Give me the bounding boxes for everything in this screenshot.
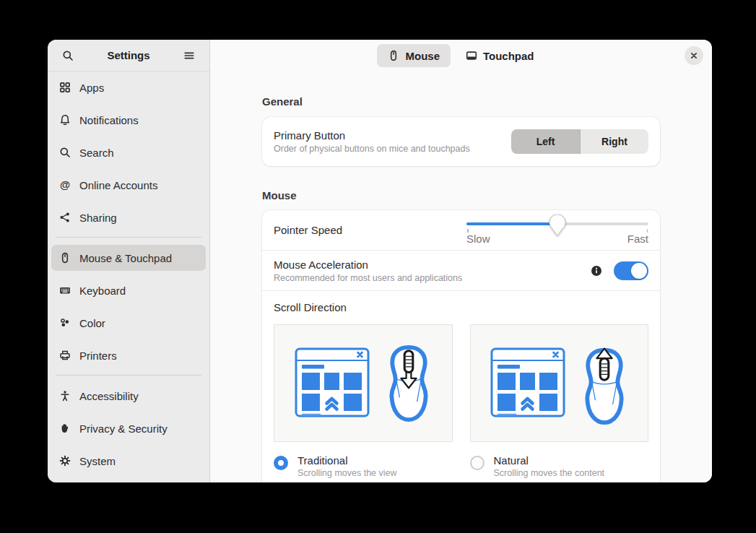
primary-button-row: Primary Button Order of physical buttons…: [262, 117, 660, 166]
tab-touchpad[interactable]: Touchpad: [455, 44, 545, 67]
settings-window: Settings Apps Notifications Search @ Onl…: [48, 40, 712, 482]
sidebar-separator: [56, 375, 201, 376]
content-area: General Primary Button Order of physical…: [262, 72, 660, 482]
main-panel: Mouse Touchpad General Primary Button: [210, 40, 712, 482]
scroll-option-natural: Natural Scrolling moves the content: [470, 324, 649, 478]
mouse-acceleration-title: Mouse Acceleration: [274, 259, 591, 271]
sidebar-item-online-accounts[interactable]: @ Online Accounts: [51, 172, 206, 198]
traditional-radio-row[interactable]: Traditional Scrolling moves the view: [274, 454, 453, 478]
sidebar: Settings Apps Notifications Search @ Onl…: [48, 40, 210, 482]
traditional-radio[interactable]: [274, 456, 288, 470]
search-button[interactable]: [57, 45, 79, 66]
natural-label: Natural: [494, 454, 605, 467]
natural-radio-row[interactable]: Natural Scrolling moves the content: [470, 454, 649, 478]
tab-mouse[interactable]: Mouse: [377, 44, 451, 67]
sidebar-item-search[interactable]: Search: [51, 139, 206, 165]
mouse-scroll-up-illustration: [581, 342, 627, 425]
keyboard-icon: [59, 285, 71, 296]
scroll-option-traditional: Traditional Scrolling moves the view: [274, 324, 453, 478]
mouse-acceleration-row: Mouse Acceleration Recommended for most …: [262, 251, 660, 290]
mouse-icon: [388, 50, 399, 61]
main-menu-button[interactable]: [178, 45, 200, 66]
window-scroll-illustration: [490, 347, 565, 420]
sidebar-item-keyboard[interactable]: Keyboard: [51, 277, 206, 303]
section-heading-mouse: Mouse: [262, 189, 660, 202]
window-scroll-illustration: [295, 347, 370, 420]
header-bar: Mouse Touchpad: [210, 40, 712, 72]
search-icon: [62, 50, 74, 61]
color-icon: [59, 317, 71, 329]
sidebar-list: Apps Notifications Search @ Online Accou…: [48, 72, 209, 482]
sidebar-item-sharing[interactable]: Sharing: [51, 204, 206, 230]
sidebar-item-accessibility[interactable]: Accessibility: [51, 383, 206, 409]
sidebar-separator: [56, 237, 201, 238]
slider-max-label: Fast: [627, 233, 648, 245]
sidebar-item-system[interactable]: System: [51, 448, 206, 474]
pointer-speed-row: Pointer Speed Slow F: [262, 210, 660, 250]
mouse-scroll-down-illustration: [386, 344, 432, 422]
traditional-subtitle: Scrolling moves the view: [297, 468, 397, 478]
svg-text:@: @: [60, 179, 70, 191]
mouse-acceleration-toggle[interactable]: [614, 261, 648, 280]
scroll-direction-title: Scroll Direction: [274, 301, 648, 313]
touchpad-icon: [466, 50, 477, 61]
scroll-direction-block: Scroll Direction: [262, 291, 660, 482]
info-icon[interactable]: [591, 265, 602, 277]
mouse-card: Pointer Speed Slow F: [262, 210, 660, 482]
share-icon: [59, 212, 71, 223]
sidebar-item-printers[interactable]: Printers: [51, 342, 206, 368]
hand-icon: [59, 422, 71, 434]
close-icon: [689, 51, 699, 61]
gear-icon: [59, 455, 71, 467]
pointer-speed-slider[interactable]: Slow Fast: [466, 212, 648, 248]
traditional-illustration[interactable]: [274, 324, 453, 442]
sidebar-item-privacy-security[interactable]: Privacy & Security: [51, 415, 206, 441]
primary-button-subtitle: Order of physical buttons on mice and to…: [274, 144, 511, 154]
slider-min-label: Slow: [466, 233, 490, 245]
left-button[interactable]: Left: [511, 129, 580, 154]
mouse-acceleration-subtitle: Recommended for most users and applicati…: [274, 273, 591, 283]
primary-button-segmented: Left Right: [511, 129, 648, 154]
primary-button-title: Primary Button: [274, 129, 511, 142]
traditional-label: Traditional: [297, 454, 397, 467]
sidebar-item-mouse-touchpad[interactable]: Mouse & Touchpad: [51, 245, 206, 271]
mouse-icon: [59, 252, 71, 264]
apps-grid-icon: [59, 82, 71, 93]
slider-fill: [466, 222, 557, 225]
right-button[interactable]: Right: [580, 129, 648, 154]
general-card: Primary Button Order of physical buttons…: [262, 117, 660, 166]
app-title: Settings: [79, 49, 178, 61]
sidebar-item-notifications[interactable]: Notifications: [51, 107, 206, 133]
bell-icon: [59, 114, 71, 126]
sidebar-header: Settings: [48, 40, 209, 72]
hamburger-icon: [183, 50, 195, 61]
natural-illustration[interactable]: [470, 324, 649, 442]
sidebar-item-apps[interactable]: Apps: [51, 74, 206, 100]
toggle-knob: [631, 263, 647, 279]
at-icon: @: [59, 179, 71, 191]
desktop-background: Settings Apps Notifications Search @ Onl…: [0, 0, 756, 533]
section-heading-general: General: [262, 95, 660, 108]
sidebar-item-color[interactable]: Color: [51, 310, 206, 336]
search-icon: [59, 147, 71, 158]
natural-subtitle: Scrolling moves the content: [494, 468, 605, 478]
accessibility-icon: [59, 390, 71, 402]
close-button[interactable]: [685, 46, 703, 65]
printer-icon: [59, 350, 71, 361]
tab-touchpad-label: Touchpad: [483, 50, 534, 62]
natural-radio[interactable]: [470, 456, 485, 470]
pointer-speed-title: Pointer Speed: [274, 224, 466, 236]
tab-mouse-label: Mouse: [405, 50, 440, 62]
